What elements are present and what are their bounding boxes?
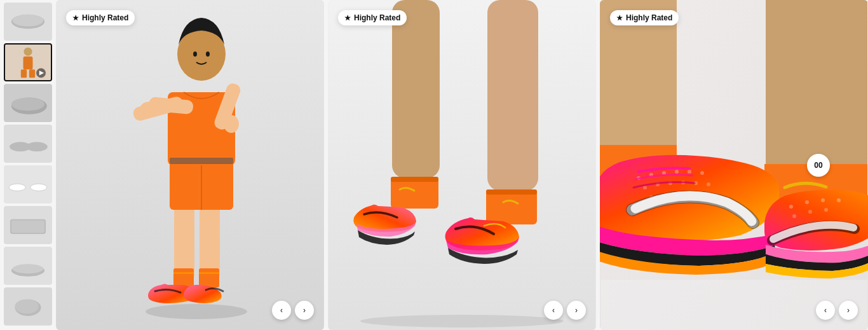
svg-point-79 bbox=[789, 205, 793, 209]
svg-point-49 bbox=[360, 315, 564, 327]
star-icon-3: ★ bbox=[616, 14, 623, 22]
main-content: ★ Highly Rated bbox=[56, 0, 868, 330]
svg-point-18 bbox=[31, 184, 47, 191]
svg-rect-7 bbox=[29, 69, 35, 78]
thumbnail-7[interactable] bbox=[4, 247, 52, 285]
thumbnail-8[interactable] bbox=[4, 287, 52, 326]
highly-rated-badge-3: ★ Highly Rated bbox=[610, 10, 679, 25]
svg-point-38 bbox=[140, 102, 158, 117]
next-button-2[interactable]: › bbox=[567, 301, 586, 320]
next-button-1[interactable]: › bbox=[295, 301, 314, 320]
thumbnail-6[interactable] bbox=[4, 206, 52, 244]
highly-rated-label-3: Highly Rated bbox=[626, 13, 672, 22]
counter-value-3: 00 bbox=[814, 161, 822, 170]
svg-point-24 bbox=[13, 264, 44, 273]
svg-point-27 bbox=[15, 299, 38, 313]
svg-point-84 bbox=[808, 210, 812, 214]
svg-point-29 bbox=[146, 304, 247, 319]
svg-rect-6 bbox=[21, 69, 27, 78]
svg-rect-50 bbox=[487, 0, 538, 191]
panel-2: ★ Highly Rated bbox=[328, 0, 596, 330]
prev-button-3[interactable]: ‹ bbox=[816, 301, 835, 320]
highly-rated-label-1: Highly Rated bbox=[82, 13, 128, 22]
star-icon-2: ★ bbox=[344, 14, 351, 22]
next-button-3[interactable]: › bbox=[839, 301, 858, 320]
svg-point-17 bbox=[9, 184, 25, 191]
counter-badge-3: 00 bbox=[807, 154, 830, 177]
thumbnail-5[interactable] bbox=[4, 165, 52, 203]
svg-rect-48 bbox=[329, 0, 595, 330]
svg-point-39 bbox=[224, 115, 239, 133]
svg-rect-51 bbox=[392, 0, 440, 178]
highly-rated-label-2: Highly Rated bbox=[354, 13, 400, 22]
thumbnail-2[interactable] bbox=[4, 43, 52, 81]
svg-point-41 bbox=[193, 52, 197, 57]
svg-rect-53 bbox=[486, 189, 537, 195]
nav-buttons-1: ‹ › bbox=[272, 301, 314, 320]
panel-1: ★ Highly Rated bbox=[56, 0, 324, 330]
nav-buttons-2: ‹ › bbox=[544, 301, 586, 320]
svg-rect-44 bbox=[199, 268, 219, 287]
svg-point-81 bbox=[821, 198, 825, 202]
panel-2-image bbox=[328, 0, 596, 330]
highly-rated-badge-1: ★ Highly Rated bbox=[66, 10, 135, 25]
thumbnail-1[interactable] bbox=[4, 3, 52, 41]
svg-rect-52 bbox=[486, 189, 537, 224]
prev-button-1[interactable]: ‹ bbox=[272, 301, 291, 320]
nav-buttons-3: ‹ › bbox=[816, 301, 858, 320]
prev-button-2[interactable]: ‹ bbox=[544, 301, 563, 320]
svg-rect-43 bbox=[173, 268, 194, 287]
svg-point-85 bbox=[824, 208, 828, 212]
svg-point-66 bbox=[700, 171, 704, 175]
thumbnail-4[interactable] bbox=[4, 125, 52, 163]
svg-point-42 bbox=[206, 52, 210, 57]
svg-point-4 bbox=[24, 48, 32, 56]
svg-rect-21 bbox=[11, 221, 44, 233]
panel-3: ★ Highly Rated bbox=[600, 0, 868, 330]
svg-point-82 bbox=[837, 198, 841, 202]
svg-rect-46 bbox=[199, 272, 219, 274]
svg-point-80 bbox=[805, 200, 809, 204]
svg-point-83 bbox=[792, 214, 796, 218]
thumbnail-sidebar bbox=[0, 0, 56, 330]
svg-point-72 bbox=[707, 182, 710, 186]
panel-1-image bbox=[56, 0, 324, 330]
svg-rect-45 bbox=[173, 272, 194, 274]
svg-point-65 bbox=[688, 170, 691, 174]
thumbnail-3[interactable] bbox=[4, 84, 52, 122]
svg-rect-55 bbox=[391, 177, 438, 182]
svg-point-15 bbox=[26, 142, 48, 151]
highly-rated-badge-2: ★ Highly Rated bbox=[338, 10, 407, 25]
svg-rect-47 bbox=[170, 158, 233, 164]
svg-rect-5 bbox=[24, 57, 33, 70]
svg-point-12 bbox=[11, 98, 44, 111]
svg-rect-59 bbox=[766, 0, 867, 165]
svg-point-2 bbox=[13, 15, 44, 27]
svg-point-64 bbox=[675, 170, 679, 174]
star-icon-1: ★ bbox=[72, 14, 79, 22]
